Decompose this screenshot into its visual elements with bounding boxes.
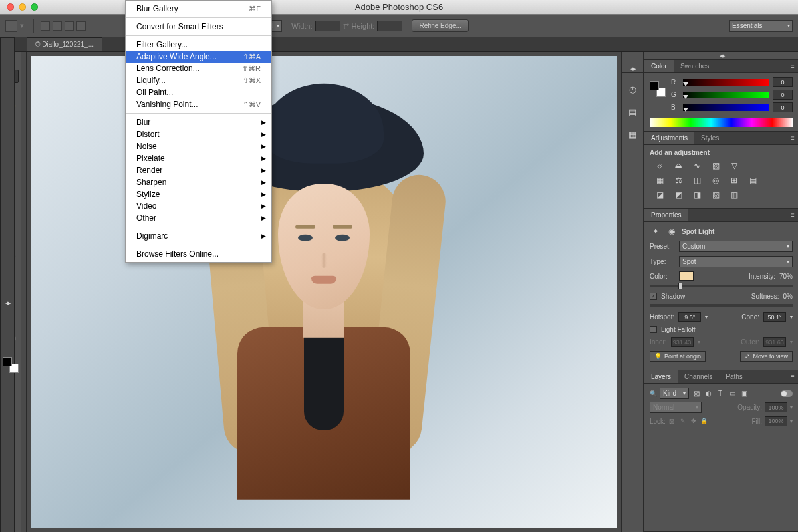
menu-item-lens-correction[interactable]: Lens Correction...⇧⌘R (126, 63, 271, 74)
softness-slider[interactable] (650, 304, 793, 307)
marquee-tool-icon[interactable] (5, 20, 17, 32)
close-window-icon[interactable] (7, 3, 14, 11)
cone-input[interactable]: 50.1° (763, 312, 786, 322)
selection-new-icon[interactable] (41, 21, 50, 31)
invert-icon[interactable]: ◪ (654, 190, 666, 200)
lock-pos-icon[interactable]: ✥ (690, 416, 698, 426)
filter-toggle[interactable] (781, 390, 793, 397)
menu-item-adaptive-wide-angle[interactable]: Adaptive Wide Angle...⇧⌘A (126, 51, 271, 63)
tab-adjustments[interactable]: Adjustments (644, 132, 694, 144)
intensity-slider[interactable] (650, 285, 793, 287)
menu-item-render[interactable]: Render▶ (126, 164, 271, 176)
light-color-chip[interactable] (679, 271, 694, 281)
panel-menu-icon[interactable]: ≡ (787, 132, 798, 144)
document-tab[interactable]: © Diallo_120221_... (27, 37, 102, 51)
menu-item-pixelate[interactable]: Pixelate▶ (126, 152, 271, 164)
shadow-checkbox[interactable]: ✓ (650, 293, 657, 300)
tab-swatches[interactable]: Swatches (674, 60, 716, 72)
bw-icon[interactable]: ◫ (691, 175, 703, 186)
collapse-panels-icon[interactable]: ◀▶ (644, 52, 798, 60)
panel-menu-icon[interactable]: ≡ (787, 60, 798, 72)
collapse-toolbar-icon[interactable]: ◀▶ (0, 37, 15, 532)
selection-add-icon[interactable] (53, 21, 62, 31)
selection-subtract-icon[interactable] (65, 21, 74, 31)
color-spectrum[interactable] (650, 118, 793, 127)
hotspot-input[interactable]: 9.5° (678, 312, 701, 322)
hue-icon[interactable]: ▦ (654, 175, 666, 186)
color-swatches-icon[interactable] (3, 357, 19, 373)
gradient-map-icon[interactable]: ▧ (710, 190, 722, 200)
lock-pixel-icon[interactable]: ✎ (679, 416, 687, 426)
red-value[interactable]: 0 (773, 77, 793, 87)
channel-mixer-icon[interactable]: ⊞ (728, 175, 740, 186)
document-canvas[interactable] (31, 56, 617, 528)
blend-mode-select[interactable]: Normal (650, 402, 702, 413)
tab-layers[interactable]: Layers (644, 370, 678, 383)
green-slider[interactable] (683, 92, 769, 98)
minimize-window-icon[interactable] (19, 3, 26, 11)
menu-item-sharpen[interactable]: Sharpen▶ (126, 176, 271, 188)
menu-item-smart-filters[interactable]: Convert for Smart Filters (126, 21, 271, 33)
opacity-input[interactable]: 100% (765, 402, 787, 412)
blue-value[interactable]: 0 (773, 102, 793, 112)
lock-trans-icon[interactable]: ▨ (668, 416, 676, 426)
threshold-icon[interactable]: ◨ (691, 190, 703, 200)
menu-item-video[interactable]: Video▶ (126, 200, 271, 212)
point-at-origin-button[interactable]: 💡 Point at origin (650, 351, 706, 362)
type-select[interactable]: Spot (679, 256, 793, 267)
menu-item-filter-gallery[interactable]: Filter Gallery... (126, 39, 271, 51)
filter-pixel-icon[interactable]: ▨ (692, 388, 701, 399)
color-balance-icon[interactable]: ⚖ (672, 175, 684, 186)
menu-item-last-filter[interactable]: Blur Gallery⌘F (126, 3, 271, 15)
filter-type-icon[interactable]: T (716, 388, 725, 399)
collapse-dock-icon[interactable]: ◀▶ (622, 65, 643, 73)
color-lookup-icon[interactable]: ▤ (747, 175, 759, 186)
actions-panel-icon[interactable]: ▤ (625, 105, 640, 118)
softness-value[interactable]: 0% (783, 293, 793, 300)
selection-intersect-icon[interactable] (76, 21, 86, 31)
refine-edge-button[interactable]: Refine Edge... (412, 19, 468, 32)
posterize-icon[interactable]: ◩ (672, 190, 684, 200)
panel-menu-icon[interactable]: ≡ (787, 370, 798, 383)
tab-styles[interactable]: Styles (694, 132, 726, 144)
tab-paths[interactable]: Paths (719, 370, 749, 383)
vibrance-icon[interactable]: ▽ (728, 160, 740, 171)
brightness-icon[interactable]: ☼ (654, 160, 666, 171)
filter-adjust-icon[interactable]: ◐ (704, 388, 713, 399)
menu-item-stylize[interactable]: Stylize▶ (126, 188, 271, 200)
blue-slider[interactable] (683, 104, 769, 111)
intensity-value[interactable]: 70% (779, 273, 793, 280)
levels-icon[interactable]: ⛰ (672, 160, 684, 171)
zoom-window-icon[interactable] (31, 3, 38, 11)
tab-channels[interactable]: Channels (678, 370, 719, 383)
menu-item-noise[interactable]: Noise▶ (126, 140, 271, 152)
layer-filter-select[interactable]: Kind (660, 388, 689, 399)
menu-item-liquify[interactable]: Liquify...⇧⌘X (126, 74, 271, 86)
green-value[interactable]: 0 (773, 90, 793, 100)
exposure-icon[interactable]: ▨ (710, 160, 722, 171)
preset-select[interactable]: Custom (679, 241, 793, 252)
tab-color[interactable]: Color (644, 60, 674, 72)
menu-item-vanishing-point[interactable]: Vanishing Point...⌃⌘V (126, 98, 271, 110)
menu-item-distort[interactable]: Distort▶ (126, 128, 271, 140)
fill-input[interactable]: 100% (765, 416, 787, 426)
info-panel-icon[interactable]: ▦ (625, 128, 640, 141)
panel-menu-icon[interactable]: ≡ (787, 209, 798, 221)
foreground-background-swatch[interactable] (650, 81, 666, 97)
menu-item-other[interactable]: Other▶ (126, 212, 271, 224)
curves-icon[interactable]: ∿ (691, 160, 703, 171)
menu-item-digimarc[interactable]: Digimarc▶ (126, 230, 271, 242)
history-panel-icon[interactable]: ◷ (625, 82, 640, 96)
falloff-checkbox[interactable] (650, 326, 657, 333)
menu-item-browse-filters[interactable]: Browse Filters Online... (126, 248, 271, 260)
photo-filter-icon[interactable]: ◎ (710, 175, 722, 186)
lock-all-icon[interactable]: 🔒 (700, 416, 708, 426)
selective-color-icon[interactable]: ▥ (728, 190, 740, 200)
move-to-view-button[interactable]: ⤢ Move to view (740, 351, 793, 362)
menu-item-blur[interactable]: Blur▶ (126, 116, 271, 128)
menu-item-oil-paint[interactable]: Oil Paint... (126, 86, 271, 98)
tab-properties[interactable]: Properties (644, 209, 688, 221)
filter-shape-icon[interactable]: ▭ (728, 388, 737, 399)
filter-smart-icon[interactable]: ▣ (739, 388, 749, 399)
red-slider[interactable] (683, 79, 769, 86)
